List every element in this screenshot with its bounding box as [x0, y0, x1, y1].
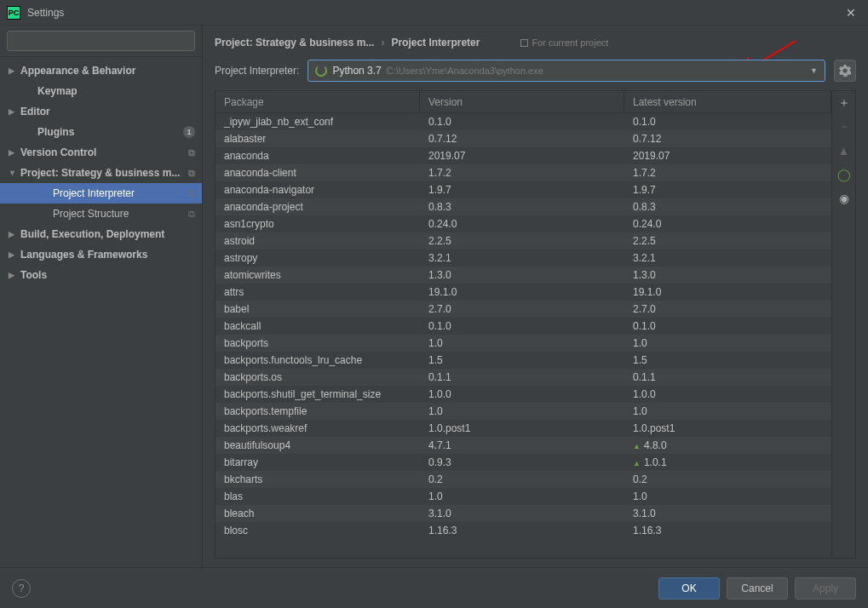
interpreter-path: C:\Users\Yme\Anaconda3\python.exe [387, 66, 543, 76]
table-row[interactable]: _ipyw_jlab_nb_ext_conf0.1.00.1.0 [216, 113, 831, 130]
pkg-latest: 1.16.3 [624, 525, 831, 536]
pkg-version: 3.1.0 [420, 508, 624, 519]
sidebar-item[interactable]: Project Interpreter⧉ [0, 183, 202, 204]
sidebar-item[interactable]: Keymap [0, 81, 202, 101]
close-icon[interactable]: ✕ [841, 6, 861, 20]
scope-icon: ⧉ [188, 168, 195, 179]
sidebar-item[interactable]: Plugins1 [0, 122, 202, 142]
pkg-version: 2.7.0 [420, 303, 624, 315]
cancel-button[interactable]: Cancel [727, 577, 788, 599]
content-area: ▶Appearance & BehaviorKeymap▶EditorPlugi… [0, 26, 868, 567]
table-row[interactable]: bkcharts0.20.2 [216, 471, 831, 488]
titlebar: PC Settings ✕ [0, 0, 868, 26]
pkg-version: 0.24.0 [420, 218, 624, 230]
table-row[interactable]: bitarray0.9.3▲1.0.1 [216, 454, 831, 471]
pkg-latest: ▲4.8.0 [624, 439, 831, 451]
pkg-name: bkcharts [216, 473, 420, 485]
sidebar-item-label: Version Control [20, 146, 96, 158]
ok-button[interactable]: OK [658, 577, 720, 599]
python-icon [315, 65, 327, 77]
sidebar-item[interactable]: ▶Appearance & Behavior [0, 60, 202, 81]
col-latest[interactable]: Latest version [624, 91, 831, 112]
table-row[interactable]: blosc1.16.31.16.3 [216, 522, 831, 539]
table-row[interactable]: backcall0.1.00.1.0 [216, 318, 831, 335]
pkg-name: babel [216, 303, 420, 315]
table-row[interactable]: blas1.01.0 [216, 488, 831, 505]
table-row[interactable]: anaconda-client1.7.21.7.2 [216, 164, 831, 181]
table-row[interactable]: alabaster0.7.120.7.12 [216, 130, 831, 147]
sidebar-item[interactable]: ▼Project: Strategy & business m...⧉ [0, 163, 202, 183]
col-version[interactable]: Version [420, 91, 624, 112]
eye-icon[interactable]: ◉ [836, 190, 853, 207]
sidebar-item[interactable]: ▶Version Control⧉ [0, 142, 202, 163]
help-button[interactable]: ? [12, 579, 31, 598]
pkg-latest: 1.7.2 [624, 167, 831, 179]
sidebar-item[interactable]: ▶Editor [0, 101, 202, 122]
table-row[interactable]: anaconda2019.072019.07 [216, 147, 831, 164]
pkg-version: 0.9.3 [420, 456, 624, 468]
pkg-latest: 0.24.0 [624, 218, 831, 230]
pkg-version: 1.5 [420, 354, 624, 366]
breadcrumb-project[interactable]: Project: Strategy & business m... [215, 37, 374, 49]
col-package[interactable]: Package [216, 91, 420, 112]
table-row[interactable]: backports1.01.0 [216, 335, 831, 352]
table-row[interactable]: backports.tempfile1.01.0 [216, 403, 831, 420]
interpreter-select[interactable]: Python 3.7 C:\Users\Yme\Anaconda3\python… [308, 60, 825, 82]
sidebar-item[interactable]: ▶Tools [0, 265, 202, 285]
table-row[interactable]: astroid2.2.52.2.5 [216, 232, 831, 250]
pkg-latest: 1.0 [624, 405, 831, 417]
pkg-version: 0.1.0 [420, 320, 624, 332]
search-wrap [0, 26, 202, 57]
pkg-latest: 0.1.0 [624, 320, 831, 332]
pkg-name: backports.tempfile [216, 405, 420, 417]
sidebar-item-label: Appearance & Behavior [20, 65, 135, 77]
pkg-version: 0.7.12 [420, 133, 624, 145]
pkg-version: 19.1.0 [420, 286, 624, 298]
table-row[interactable]: atomicwrites1.3.01.3.0 [216, 267, 831, 284]
table-row[interactable]: backports.os0.1.10.1.1 [216, 369, 831, 386]
table-row[interactable]: backports.shutil_get_terminal_size1.0.01… [216, 386, 831, 403]
pkg-latest: 0.1.1 [624, 371, 831, 383]
add-package-button[interactable]: ＋ [836, 95, 853, 112]
pkg-latest: 1.0.post1 [624, 422, 831, 434]
table-row[interactable]: astropy3.2.13.2.1 [216, 250, 831, 267]
table-row[interactable]: babel2.7.02.7.0 [216, 301, 831, 318]
table-body[interactable]: _ipyw_jlab_nb_ext_conf0.1.00.1.0alabaste… [216, 113, 831, 558]
table-row[interactable]: attrs19.1.019.1.0 [216, 284, 831, 301]
table-row[interactable]: bleach3.1.03.1.0 [216, 505, 831, 522]
pkg-latest: 3.1.0 [624, 508, 831, 519]
breadcrumb-sep: › [381, 37, 384, 49]
pkg-name: backports.weakref [216, 422, 420, 434]
main-panel: Project: Strategy & business m... › Proj… [203, 26, 868, 567]
pkg-name: bleach [216, 508, 420, 519]
pkg-version: 2.2.5 [420, 235, 624, 247]
refresh-icon[interactable]: ◯ [836, 166, 853, 183]
search-input[interactable] [7, 31, 195, 51]
settings-tree: ▶Appearance & BehaviorKeymap▶EditorPlugi… [0, 57, 202, 567]
sidebar-item[interactable]: ▶Build, Execution, Deployment [0, 224, 202, 244]
pycharm-icon: PC [7, 6, 20, 20]
table-row[interactable]: anaconda-navigator1.9.71.9.7 [216, 181, 831, 198]
pkg-latest: 0.2 [624, 473, 831, 485]
sidebar-item[interactable]: Project Structure⧉ [0, 204, 202, 224]
pkg-latest: 1.9.7 [624, 184, 831, 196]
table-row[interactable]: anaconda-project0.8.30.8.3 [216, 198, 831, 215]
packages-toolbar: ＋ － ▲ ◯ ◉ [831, 91, 855, 558]
pkg-name: asn1crypto [216, 218, 420, 230]
pkg-name: backports [216, 337, 420, 349]
gear-button[interactable] [834, 60, 856, 82]
remove-package-button[interactable]: － [836, 118, 853, 135]
sidebar-item-label: Languages & Frameworks [20, 249, 147, 261]
tree-arrow-icon: ▶ [9, 66, 20, 75]
upgrade-package-button[interactable]: ▲ [836, 142, 853, 159]
apply-button[interactable]: Apply [795, 577, 856, 599]
pkg-name: bitarray [216, 456, 420, 468]
scope-icon: ⧉ [188, 147, 195, 158]
table-row[interactable]: beautifulsoup44.7.1▲4.8.0 [216, 437, 831, 454]
tree-arrow-icon: ▶ [9, 230, 20, 238]
pkg-version: 1.0 [420, 337, 624, 349]
table-row[interactable]: asn1crypto0.24.00.24.0 [216, 215, 831, 232]
sidebar-item[interactable]: ▶Languages & Frameworks [0, 244, 202, 265]
table-row[interactable]: backports.weakref1.0.post11.0.post1 [216, 420, 831, 437]
table-row[interactable]: backports.functools_lru_cache1.51.5 [216, 352, 831, 369]
